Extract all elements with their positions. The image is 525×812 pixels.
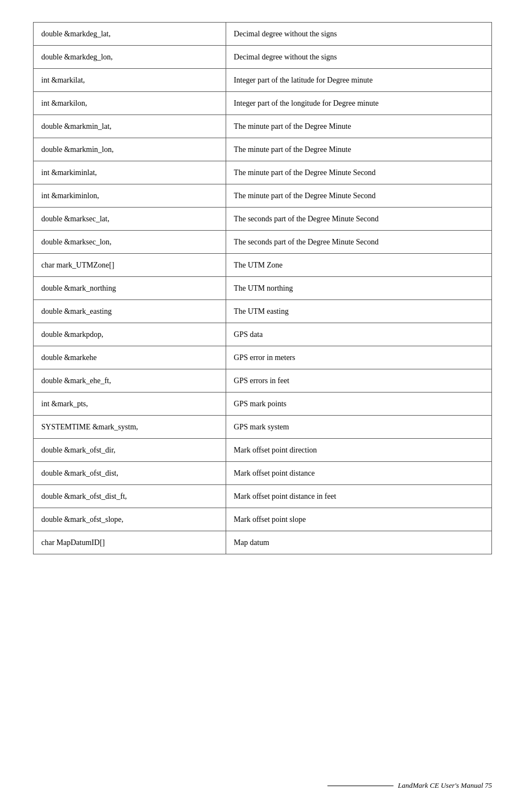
table-row: double &mark_ofst_slope,Mark offset poin… bbox=[34, 508, 492, 531]
table-cell-col1: double &mark_ofst_dist, bbox=[34, 462, 226, 485]
table-row: double &markmin_lon,The minute part of t… bbox=[34, 138, 492, 161]
table-cell-col2: GPS error in meters bbox=[226, 346, 491, 369]
table-row: int &mark_pts,GPS mark points bbox=[34, 393, 492, 416]
table-cell-col2: The seconds part of the Degree Minute Se… bbox=[226, 208, 491, 231]
table-row: char MapDatumID[]Map datum bbox=[34, 531, 492, 554]
table-cell-col1: double &markdeg_lon, bbox=[34, 46, 226, 69]
table-cell-col2: GPS errors in feet bbox=[226, 369, 491, 393]
footer-line bbox=[327, 786, 393, 786]
table-cell-col1: double &markehe bbox=[34, 346, 226, 369]
table-cell-col1: double &markdeg_lat, bbox=[34, 23, 226, 46]
table-row: double &mark_ofst_dir,Mark offset point … bbox=[34, 439, 492, 462]
reference-table: double &markdeg_lat,Decimal degree witho… bbox=[33, 22, 492, 554]
page-container: double &markdeg_lat,Decimal degree witho… bbox=[0, 0, 525, 620]
table-row: double &markdeg_lon,Decimal degree witho… bbox=[34, 46, 492, 69]
page-footer: LandMark CE User's Manual 75 bbox=[327, 781, 492, 790]
table-row: char mark_UTMZone[]The UTM Zone bbox=[34, 254, 492, 277]
table-row: double &markeheGPS error in meters bbox=[34, 346, 492, 369]
table-row: double &mark_ofst_dist,Mark offset point… bbox=[34, 462, 492, 485]
table-cell-col1: int &mark_pts, bbox=[34, 393, 226, 416]
table-cell-col1: SYSTEMTIME &mark_systm, bbox=[34, 416, 226, 439]
table-cell-col2: The minute part of the Degree Minute bbox=[226, 138, 491, 161]
table-cell-col1: double &marksec_lon, bbox=[34, 231, 226, 254]
table-row: double &mark_eastingThe UTM easting bbox=[34, 300, 492, 323]
table-cell-col1: double &markpdop, bbox=[34, 323, 226, 346]
table-cell-col1: double &mark_ehe_ft, bbox=[34, 369, 226, 393]
table-cell-col2: Mark offset point distance in feet bbox=[226, 485, 491, 508]
table-row: int &markiminlat,The minute part of the … bbox=[34, 161, 492, 184]
table-cell-col2: Mark offset point distance bbox=[226, 462, 491, 485]
table-row: SYSTEMTIME &mark_systm,GPS mark system bbox=[34, 416, 492, 439]
table-cell-col2: The seconds part of the Degree Minute Se… bbox=[226, 231, 491, 254]
table-cell-col2: Integer part of the longitude for Degree… bbox=[226, 92, 491, 115]
table-cell-col1: int &markiminlon, bbox=[34, 184, 226, 208]
table-cell-col2: GPS mark system bbox=[226, 416, 491, 439]
table-cell-col2: Mark offset point slope bbox=[226, 508, 491, 531]
table-cell-col1: double &markmin_lon, bbox=[34, 138, 226, 161]
table-row: int &markilon,Integer part of the longit… bbox=[34, 92, 492, 115]
table-cell-col1: double &mark_easting bbox=[34, 300, 226, 323]
table-cell-col2: GPS data bbox=[226, 323, 491, 346]
table-cell-col2: Mark offset point direction bbox=[226, 439, 491, 462]
table-row: double &markdeg_lat,Decimal degree witho… bbox=[34, 23, 492, 46]
table-cell-col1: char mark_UTMZone[] bbox=[34, 254, 226, 277]
table-row: int &markiminlon,The minute part of the … bbox=[34, 184, 492, 208]
table-cell-col1: double &mark_northing bbox=[34, 277, 226, 300]
table-cell-col1: double &mark_ofst_dist_ft, bbox=[34, 485, 226, 508]
table-cell-col1: int &markilat, bbox=[34, 69, 226, 92]
table-cell-col1: double &mark_ofst_slope, bbox=[34, 508, 226, 531]
table-row: double &marksec_lon,The seconds part of … bbox=[34, 231, 492, 254]
table-cell-col1: double &mark_ofst_dir, bbox=[34, 439, 226, 462]
table-cell-col2: The UTM Zone bbox=[226, 254, 491, 277]
table-row: double &marksec_lat,The seconds part of … bbox=[34, 208, 492, 231]
table-cell-col1: int &markilon, bbox=[34, 92, 226, 115]
footer-text: LandMark CE User's Manual 75 bbox=[398, 781, 492, 790]
table-cell-col2: Map datum bbox=[226, 531, 491, 554]
table-cell-col2: The UTM easting bbox=[226, 300, 491, 323]
table-cell-col2: The UTM northing bbox=[226, 277, 491, 300]
table-cell-col1: int &markiminlat, bbox=[34, 161, 226, 184]
table-row: double &mark_northingThe UTM northing bbox=[34, 277, 492, 300]
table-cell-col1: double &markmin_lat, bbox=[34, 115, 226, 138]
table-cell-col2: Decimal degree without the signs bbox=[226, 23, 491, 46]
table-row: int &markilat,Integer part of the latitu… bbox=[34, 69, 492, 92]
table-cell-col2: The minute part of the Degree Minute bbox=[226, 115, 491, 138]
table-cell-col2: The minute part of the Degree Minute Sec… bbox=[226, 161, 491, 184]
table-cell-col1: char MapDatumID[] bbox=[34, 531, 226, 554]
table-cell-col2: The minute part of the Degree Minute Sec… bbox=[226, 184, 491, 208]
table-row: double &markmin_lat,The minute part of t… bbox=[34, 115, 492, 138]
table-row: double &mark_ofst_dist_ft,Mark offset po… bbox=[34, 485, 492, 508]
table-cell-col2: Integer part of the latitude for Degree … bbox=[226, 69, 491, 92]
table-cell-col2: GPS mark points bbox=[226, 393, 491, 416]
table-cell-col2: Decimal degree without the signs bbox=[226, 46, 491, 69]
table-row: double &mark_ehe_ft,GPS errors in feet bbox=[34, 369, 492, 393]
table-row: double &markpdop,GPS data bbox=[34, 323, 492, 346]
table-cell-col1: double &marksec_lat, bbox=[34, 208, 226, 231]
